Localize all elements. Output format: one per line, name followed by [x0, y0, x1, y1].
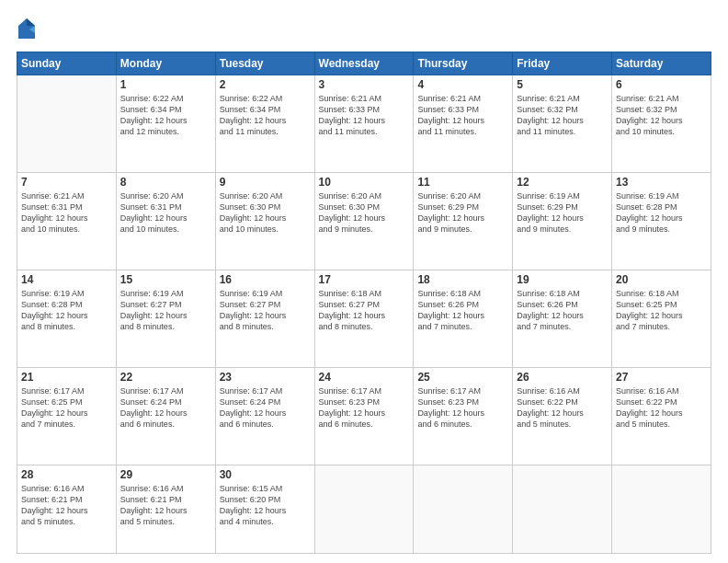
calendar-cell: 17Sunrise: 6:18 AM Sunset: 6:27 PM Dayli…: [314, 270, 414, 367]
calendar-week-row: 14Sunrise: 6:19 AM Sunset: 6:28 PM Dayli…: [17, 270, 711, 367]
calendar-cell: 7Sunrise: 6:21 AM Sunset: 6:31 PM Daylig…: [17, 172, 117, 270]
day-number: 14: [21, 273, 112, 286]
calendar-cell: 20Sunrise: 6:18 AM Sunset: 6:25 PM Dayli…: [612, 270, 711, 367]
day-number: 25: [417, 371, 508, 384]
calendar-cell: 13Sunrise: 6:19 AM Sunset: 6:28 PM Dayli…: [612, 172, 711, 270]
calendar-cell: 15Sunrise: 6:19 AM Sunset: 6:27 PM Dayli…: [116, 270, 215, 367]
day-info: Sunrise: 6:16 AM Sunset: 6:22 PM Dayligh…: [517, 385, 608, 431]
day-info: Sunrise: 6:18 AM Sunset: 6:26 PM Dayligh…: [517, 288, 608, 333]
day-number: 9: [220, 176, 311, 189]
day-number: 5: [517, 78, 608, 91]
day-number: 11: [417, 176, 508, 189]
calendar-cell: [513, 465, 612, 553]
calendar-cell: 27Sunrise: 6:16 AM Sunset: 6:22 PM Dayli…: [612, 367, 711, 465]
calendar-cell: 23Sunrise: 6:17 AM Sunset: 6:24 PM Dayli…: [215, 367, 314, 465]
day-info: Sunrise: 6:16 AM Sunset: 6:22 PM Dayligh…: [616, 385, 707, 431]
calendar-cell: 3Sunrise: 6:21 AM Sunset: 6:33 PM Daylig…: [314, 75, 414, 173]
calendar-cell: 1Sunrise: 6:22 AM Sunset: 6:34 PM Daylig…: [116, 75, 215, 173]
calendar-cell: 25Sunrise: 6:17 AM Sunset: 6:23 PM Dayli…: [414, 367, 513, 465]
day-number: 13: [616, 176, 707, 189]
day-info: Sunrise: 6:19 AM Sunset: 6:28 PM Dayligh…: [616, 190, 707, 236]
calendar-cell: 9Sunrise: 6:20 AM Sunset: 6:30 PM Daylig…: [215, 172, 314, 270]
calendar-cell: 19Sunrise: 6:18 AM Sunset: 6:26 PM Dayli…: [513, 270, 612, 367]
day-info: Sunrise: 6:17 AM Sunset: 6:25 PM Dayligh…: [21, 385, 112, 431]
day-number: 22: [120, 371, 211, 384]
calendar-cell: 22Sunrise: 6:17 AM Sunset: 6:24 PM Dayli…: [116, 367, 215, 465]
calendar-week-row: 1Sunrise: 6:22 AM Sunset: 6:34 PM Daylig…: [17, 75, 711, 173]
calendar-cell: 26Sunrise: 6:16 AM Sunset: 6:22 PM Dayli…: [513, 367, 612, 465]
weekday-header-row: SundayMondayTuesdayWednesdayThursdayFrid…: [17, 52, 711, 75]
day-number: 24: [319, 371, 410, 384]
calendar-cell: 11Sunrise: 6:20 AM Sunset: 6:29 PM Dayli…: [414, 172, 513, 270]
day-info: Sunrise: 6:19 AM Sunset: 6:28 PM Dayligh…: [21, 288, 112, 333]
day-number: 4: [417, 78, 508, 91]
calendar-cell: 6Sunrise: 6:21 AM Sunset: 6:32 PM Daylig…: [612, 75, 711, 173]
day-info: Sunrise: 6:16 AM Sunset: 6:21 PM Dayligh…: [21, 483, 112, 528]
day-number: 19: [517, 273, 608, 286]
day-info: Sunrise: 6:19 AM Sunset: 6:27 PM Dayligh…: [120, 288, 211, 333]
day-number: 1: [120, 78, 211, 91]
calendar-cell: 14Sunrise: 6:19 AM Sunset: 6:28 PM Dayli…: [17, 270, 117, 367]
day-info: Sunrise: 6:20 AM Sunset: 6:31 PM Dayligh…: [120, 190, 211, 236]
day-info: Sunrise: 6:22 AM Sunset: 6:34 PM Dayligh…: [120, 93, 211, 138]
day-info: Sunrise: 6:20 AM Sunset: 6:29 PM Dayligh…: [417, 190, 508, 236]
day-info: Sunrise: 6:17 AM Sunset: 6:23 PM Dayligh…: [319, 385, 410, 431]
day-info: Sunrise: 6:21 AM Sunset: 6:32 PM Dayligh…: [517, 93, 608, 138]
day-info: Sunrise: 6:20 AM Sunset: 6:30 PM Dayligh…: [319, 190, 410, 236]
day-number: 18: [417, 273, 508, 286]
day-info: Sunrise: 6:16 AM Sunset: 6:21 PM Dayligh…: [120, 483, 211, 528]
day-number: 15: [120, 273, 211, 286]
weekday-header-thursday: Thursday: [414, 52, 513, 75]
day-info: Sunrise: 6:21 AM Sunset: 6:33 PM Dayligh…: [319, 93, 410, 138]
day-number: 26: [517, 371, 608, 384]
calendar-cell: 21Sunrise: 6:17 AM Sunset: 6:25 PM Dayli…: [17, 367, 117, 465]
calendar-cell: 29Sunrise: 6:16 AM Sunset: 6:21 PM Dayli…: [116, 465, 215, 553]
day-number: 29: [120, 468, 211, 481]
day-info: Sunrise: 6:21 AM Sunset: 6:31 PM Dayligh…: [21, 190, 112, 236]
day-info: Sunrise: 6:17 AM Sunset: 6:23 PM Dayligh…: [417, 385, 508, 431]
calendar-week-row: 7Sunrise: 6:21 AM Sunset: 6:31 PM Daylig…: [17, 172, 711, 270]
day-number: 2: [220, 78, 311, 91]
weekday-header-monday: Monday: [116, 52, 215, 75]
header: [17, 17, 711, 42]
day-info: Sunrise: 6:22 AM Sunset: 6:34 PM Dayligh…: [220, 93, 311, 138]
page: SundayMondayTuesdayWednesdayThursdayFrid…: [0, 0, 728, 563]
logo-icon: [17, 17, 37, 42]
day-number: 30: [220, 468, 311, 481]
day-number: 20: [616, 273, 707, 286]
calendar-cell: [17, 75, 117, 173]
day-number: 17: [319, 273, 410, 286]
day-info: Sunrise: 6:18 AM Sunset: 6:26 PM Dayligh…: [417, 288, 508, 333]
day-info: Sunrise: 6:18 AM Sunset: 6:27 PM Dayligh…: [319, 288, 410, 333]
calendar-cell: [612, 465, 711, 553]
calendar-cell: 10Sunrise: 6:20 AM Sunset: 6:30 PM Dayli…: [314, 172, 414, 270]
calendar-cell: 24Sunrise: 6:17 AM Sunset: 6:23 PM Dayli…: [314, 367, 414, 465]
calendar-cell: 2Sunrise: 6:22 AM Sunset: 6:34 PM Daylig…: [215, 75, 314, 173]
svg-marker-1: [27, 18, 35, 26]
calendar-cell: 5Sunrise: 6:21 AM Sunset: 6:32 PM Daylig…: [513, 75, 612, 173]
logo: [17, 17, 40, 42]
day-number: 21: [21, 371, 112, 384]
day-number: 27: [616, 371, 707, 384]
calendar-cell: 30Sunrise: 6:15 AM Sunset: 6:20 PM Dayli…: [215, 465, 314, 553]
day-number: 16: [220, 273, 311, 286]
calendar-cell: [414, 465, 513, 553]
day-number: 23: [220, 371, 311, 384]
day-number: 7: [21, 176, 112, 189]
day-number: 12: [517, 176, 608, 189]
day-info: Sunrise: 6:18 AM Sunset: 6:25 PM Dayligh…: [616, 288, 707, 333]
calendar-cell: 28Sunrise: 6:16 AM Sunset: 6:21 PM Dayli…: [17, 465, 117, 553]
day-number: 8: [120, 176, 211, 189]
day-number: 28: [21, 468, 112, 481]
calendar-week-row: 28Sunrise: 6:16 AM Sunset: 6:21 PM Dayli…: [17, 465, 711, 553]
day-info: Sunrise: 6:21 AM Sunset: 6:33 PM Dayligh…: [417, 93, 508, 138]
calendar-table: SundayMondayTuesdayWednesdayThursdayFrid…: [17, 52, 711, 554]
day-info: Sunrise: 6:17 AM Sunset: 6:24 PM Dayligh…: [220, 385, 311, 431]
calendar-cell: 18Sunrise: 6:18 AM Sunset: 6:26 PM Dayli…: [414, 270, 513, 367]
day-info: Sunrise: 6:19 AM Sunset: 6:29 PM Dayligh…: [517, 190, 608, 236]
calendar-cell: [314, 465, 414, 553]
day-info: Sunrise: 6:20 AM Sunset: 6:30 PM Dayligh…: [220, 190, 311, 236]
calendar-cell: 4Sunrise: 6:21 AM Sunset: 6:33 PM Daylig…: [414, 75, 513, 173]
day-info: Sunrise: 6:17 AM Sunset: 6:24 PM Dayligh…: [120, 385, 211, 431]
day-number: 6: [616, 78, 707, 91]
